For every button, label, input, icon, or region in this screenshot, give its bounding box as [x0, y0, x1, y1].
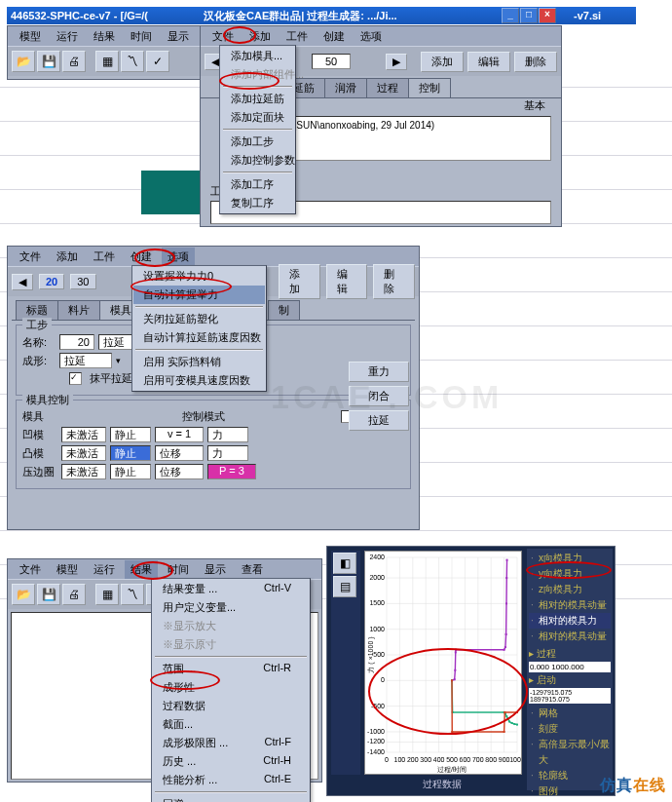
row-yabian-a[interactable]: 未激活 [61, 464, 106, 479]
mtab-zhi[interactable]: 制 [268, 300, 300, 320]
tab-kongzhi[interactable]: 控制 [408, 78, 451, 97]
row-yabian-d[interactable]: P = 3 [207, 464, 256, 479]
series-item-0[interactable]: x向模具力 [529, 551, 611, 566]
mmenu-add[interactable]: 添加 [51, 248, 84, 266]
nav-next-button[interactable]: ▶ [386, 54, 407, 70]
bmenu-file[interactable]: 文件 [14, 560, 47, 579]
btool-save-icon[interactable]: 💾 [37, 584, 60, 605]
menu-run[interactable]: 运行 [51, 27, 84, 46]
row-tumu-d[interactable]: 力 [207, 445, 248, 461]
tool-box-icon[interactable]: ▦ [95, 51, 119, 72]
rmi-springback[interactable]: 回弹 [153, 795, 309, 802]
mmenu-options[interactable]: 选项 [162, 248, 195, 266]
opt-legend[interactable]: 图例 [529, 783, 611, 799]
mopin-checkbox[interactable] [69, 372, 82, 385]
mmenu-work[interactable]: 工件 [88, 248, 121, 266]
mmenu-file[interactable]: 文件 [14, 248, 47, 266]
rmi-history[interactable]: 历史 ...Ctrl-H [153, 752, 309, 771]
opt-contour[interactable]: 轮廓线 [529, 768, 611, 783]
menu-result[interactable]: 结果 [88, 27, 121, 46]
btool-print-icon[interactable]: 🖨 [62, 584, 86, 605]
row-tumu-c[interactable]: 位移 [155, 445, 204, 461]
tool-graph-icon[interactable]: ✓ [146, 51, 169, 72]
pgmenu-create[interactable]: 创建 [317, 27, 351, 46]
rmi-section[interactable]: 截面... [153, 715, 309, 734]
mi-add-process[interactable]: 添加工序 [221, 175, 294, 194]
rmi-user-var[interactable]: 用户定义变量... [153, 598, 309, 617]
tool-open-icon[interactable]: 📂 [12, 51, 35, 72]
series-item-sel[interactable]: 相对的模具力 [529, 613, 611, 629]
tool-chart-icon[interactable]: 〽 [121, 51, 144, 72]
pgmenu-options[interactable]: 选项 [355, 27, 388, 46]
mi-add-step[interactable]: 添加工步 [221, 133, 294, 151]
row-aomu-d[interactable]: 力 [207, 427, 248, 442]
rmi-perf[interactable]: 性能分析 ...Ctrl-E [153, 771, 309, 789]
pgmenu-file[interactable]: 文件 [206, 27, 240, 46]
mi-close-bead-plastic[interactable]: 关闭拉延筋塑化 [133, 310, 265, 328]
mid-edit-button[interactable]: 编辑 [326, 264, 368, 299]
tab-guocheng[interactable]: 过程 [366, 78, 409, 97]
btool-open-icon[interactable]: 📂 [12, 584, 35, 605]
side-gravity-button[interactable]: 重力 [349, 362, 409, 382]
rmi-result-var[interactable]: 结果变量 ...Ctrl-V [153, 580, 309, 598]
mmenu-create[interactable]: 创建 [125, 248, 158, 266]
row-aomu-c[interactable]: v = 1 [155, 427, 204, 442]
mtab-title[interactable]: 标题 [16, 300, 58, 320]
name-num-input[interactable] [59, 334, 94, 350]
chengxing-select[interactable]: 拉延 [59, 353, 112, 368]
row-aomu-a[interactable]: 未激活 [61, 427, 106, 442]
delete-button[interactable]: 删除 [514, 52, 557, 72]
series-item-1[interactable]: y向模具力 [529, 566, 611, 582]
row-tumu-a[interactable]: 未激活 [61, 445, 106, 461]
series-item-4[interactable]: 相对的模具动量 [529, 629, 611, 644]
mi-auto-bead-speed[interactable]: 自动计算拉延筋速度因数 [133, 328, 265, 347]
row-yabian-b[interactable]: 静止 [110, 464, 151, 479]
menu-model[interactable]: 模型 [14, 27, 47, 46]
rmi-process-data[interactable]: 过程数据 [153, 697, 309, 715]
minimize-button[interactable]: _ [502, 8, 519, 23]
maximize-button[interactable]: □ [520, 8, 538, 23]
mi-enable-stopper[interactable]: 启用 实际挡料销 [133, 353, 265, 371]
rmi-range[interactable]: 范围 ...Ctrl-R [153, 660, 309, 678]
edit-button[interactable]: 编辑 [467, 52, 510, 72]
btool-box-icon[interactable]: ▦ [95, 584, 119, 605]
mid-num-30[interactable]: 30 [70, 274, 95, 289]
mi-auto-binder-force[interactable]: 自动计算握举力 [133, 286, 265, 304]
mi-enable-varspeed[interactable]: 启用可变模具速度因数 [133, 371, 265, 390]
bmenu-time[interactable]: 时间 [162, 560, 195, 579]
bmenu-model[interactable]: 模型 [51, 560, 84, 579]
bmenu-result[interactable]: 结果 [125, 560, 158, 579]
spinner-input[interactable] [312, 54, 351, 69]
mid-num-20[interactable]: 20 [39, 274, 64, 289]
tool-save-icon[interactable]: 💾 [37, 51, 60, 72]
btool-wave-icon[interactable]: 〽 [121, 584, 144, 605]
chart-tool1-icon[interactable]: ◧ [333, 553, 356, 574]
row-aomu-b[interactable]: 静止 [110, 427, 151, 442]
pgmenu-add[interactable]: 添加 [243, 27, 277, 46]
mi-add-drawbead[interactable]: 添加拉延筋 [221, 90, 294, 108]
side-draw-button[interactable]: 拉延 [349, 410, 409, 431]
bmenu-run[interactable]: 运行 [88, 560, 121, 579]
tool-print-icon[interactable]: 🖨 [62, 51, 86, 72]
mi-add-mold[interactable]: 添加模具... [221, 47, 294, 65]
pgmenu-work[interactable]: 工件 [280, 27, 314, 46]
add-button[interactable]: 添加 [421, 52, 464, 72]
row-tumu-b[interactable]: 静止 [110, 445, 151, 461]
opt-grid[interactable]: 网格 [529, 706, 611, 721]
menu-display[interactable]: 显示 [162, 27, 195, 46]
series-item-2[interactable]: z向模具力 [529, 582, 611, 597]
mid-prev-button[interactable]: ◀ [12, 274, 33, 290]
mi-add-fixblock[interactable]: 添加定面块 [221, 108, 294, 127]
opt-scale[interactable]: 刻度 [529, 721, 611, 737]
chart-tool2-icon[interactable]: ▤ [333, 576, 356, 597]
side-close-button[interactable]: 闭合 [349, 386, 409, 406]
close-button[interactable]: × [539, 8, 556, 23]
series-item-3[interactable]: 相对的模具动量 [529, 597, 611, 613]
mid-delete-button[interactable]: 删除 [373, 264, 415, 299]
mi-set-binder-force[interactable]: 设置握举力力0 [133, 267, 265, 286]
rmi-fld[interactable]: 成形极限图 ...Ctrl-F [153, 734, 309, 752]
mid-add-button[interactable]: 添加 [279, 264, 320, 299]
row-yabian-c[interactable]: 位移 [155, 464, 204, 479]
mi-add-ctrlparam[interactable]: 添加控制参数 [221, 151, 294, 170]
bmenu-display[interactable]: 显示 [199, 560, 232, 579]
